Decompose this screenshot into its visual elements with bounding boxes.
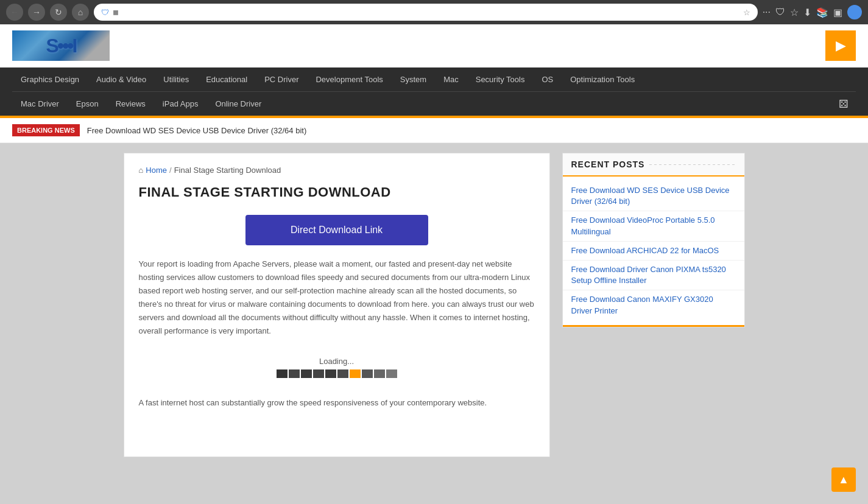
sidebar-orange-bar xyxy=(563,325,744,327)
loading-bar-segment xyxy=(289,369,300,378)
loading-bar-segment xyxy=(374,369,385,378)
home-icon: ⌂ xyxy=(139,166,144,175)
breaking-news-text: Free Download WD SES Device USB Device D… xyxy=(87,126,307,135)
nav-item-pc-driver[interactable]: PC Driver xyxy=(256,68,307,91)
breaking-news-badge: Breaking News xyxy=(12,124,80,136)
browser-action-icons: ··· 🛡 ☆ ⬇ 📚 ▣ xyxy=(763,5,862,19)
sidebar-post-link[interactable]: Free Download WD SES Device USB Device D… xyxy=(571,186,730,206)
sidebar-posts-list: Free Download WD SES Device USB Device D… xyxy=(563,177,744,325)
sidebar-post-link[interactable]: Free Download Canon MAXIFY GX3020 Driver… xyxy=(571,295,713,315)
main-navigation: Graphics Design Audio & Video Utilities … xyxy=(0,68,868,116)
loading-bar-segment xyxy=(301,369,312,378)
logo-area: S•••I xyxy=(12,30,110,61)
breaking-news-bar: Breaking News Free Download WD SES Devic… xyxy=(0,118,868,143)
nav-item-mac-driver[interactable]: Mac Driver xyxy=(12,92,68,116)
security-shield-icon: 🛡 xyxy=(101,8,109,17)
sidebar-recent-posts: Recent Posts Free Download WD SES Device… xyxy=(562,153,745,327)
sidebar-post-link[interactable]: Free Download ARCHICAD 22 for MacOS xyxy=(571,246,719,255)
loading-bar-segment xyxy=(337,369,348,378)
browser-toolbar: ← → ↻ ⌂ 🛡 ◼ final-stage/#https://uploadr… xyxy=(0,0,868,24)
sidebar-post-item: Free Download VideoProc Portable 5.5.0 M… xyxy=(563,211,744,241)
nav-item-online-driver[interactable]: Online Driver xyxy=(206,92,270,116)
header-advertisement: ▶ xyxy=(825,30,856,61)
menu-dots-icon[interactable]: ··· xyxy=(763,7,771,18)
loading-bar xyxy=(277,369,397,378)
library-icon[interactable]: 📚 xyxy=(816,7,828,18)
sidebar-post-item: Free Download ARCHICAD 22 for MacOS xyxy=(563,242,744,261)
shuffle-button[interactable]: ⚄ xyxy=(831,93,856,116)
page-icon: ◼ xyxy=(113,8,119,16)
user-avatar[interactable] xyxy=(847,5,862,19)
sidebar-post-item: Free Download Canon MAXIFY GX3020 Driver… xyxy=(563,290,744,320)
page-wrapper: S•••I ▶ Graphics Design Audio & Video Ut… xyxy=(0,24,868,504)
breadcrumb-home[interactable]: Home xyxy=(146,166,167,175)
home-button[interactable]: ⌂ xyxy=(72,4,89,21)
loading-bar-segment xyxy=(277,369,288,378)
reload-button[interactable]: ↻ xyxy=(50,4,67,21)
shield-check-icon[interactable]: 🛡 xyxy=(775,7,785,18)
nav-item-reviews[interactable]: Reviews xyxy=(107,92,154,116)
ad-icon: ▶ xyxy=(836,38,846,54)
nav-item-ipad-apps[interactable]: iPad Apps xyxy=(154,92,207,116)
split-view-icon[interactable]: ▣ xyxy=(833,7,842,18)
forward-button[interactable]: → xyxy=(28,4,45,21)
breadcrumb-current: Final Stage Starting Download xyxy=(174,166,281,175)
download-icon[interactable]: ⬇ xyxy=(803,7,811,18)
sidebar: Recent Posts Free Download WD SES Device… xyxy=(562,153,745,457)
nav-item-os[interactable]: OS xyxy=(533,68,562,91)
loading-bar-segment xyxy=(386,369,397,378)
loading-text: Loading... xyxy=(319,357,354,366)
url-input[interactable]: final-stage/#https://uploadrar.com/u40y2… xyxy=(122,8,739,17)
nav-item-utilities[interactable]: Utilities xyxy=(155,68,197,91)
back-button[interactable]: ← xyxy=(6,4,23,21)
sidebar-post-link[interactable]: Free Download VideoProc Portable 5.5.0 M… xyxy=(571,215,715,236)
article-footer-text: A fast internet host can substantially g… xyxy=(139,396,535,410)
bookmark-icon[interactable]: ☆ xyxy=(743,8,750,17)
content-area: ⌂ Home / Final Stage Starting Download F… xyxy=(118,153,751,457)
star-icon[interactable]: ☆ xyxy=(790,7,799,18)
nav-item-epson[interactable]: Epson xyxy=(68,92,107,116)
nav-row-1: Graphics Design Audio & Video Utilities … xyxy=(12,68,856,91)
nav-row-2: Mac Driver Epson Reviews iPad Apps Onlin… xyxy=(12,92,856,116)
scroll-to-top-button[interactable]: ▲ xyxy=(831,467,856,492)
nav-item-graphics-design[interactable]: Graphics Design xyxy=(12,68,88,91)
main-panel: ⌂ Home / Final Stage Starting Download F… xyxy=(124,153,550,457)
nav-item-audio-video[interactable]: Audio & Video xyxy=(88,68,155,91)
breadcrumb: ⌂ Home / Final Stage Starting Download xyxy=(139,166,535,175)
download-button-wrapper: Direct Download Link xyxy=(139,215,535,245)
direct-download-button[interactable]: Direct Download Link xyxy=(245,215,428,245)
sidebar-post-item: Free Download Driver Canon PIXMA ts5320 … xyxy=(563,261,744,290)
nav-item-system[interactable]: System xyxy=(392,68,435,91)
nav-item-security-tools[interactable]: Security Tools xyxy=(467,68,534,91)
loading-section: Loading... xyxy=(139,357,535,378)
site-header: S•••I ▶ xyxy=(0,24,868,68)
article-title: Final Stage Starting Download xyxy=(139,184,535,200)
nav-item-mac[interactable]: Mac xyxy=(435,68,467,91)
sidebar-recent-posts-title: Recent Posts xyxy=(563,153,744,177)
nav-item-educational[interactable]: Educational xyxy=(197,68,256,91)
sidebar-post-link[interactable]: Free Download Driver Canon PIXMA ts5320 … xyxy=(571,265,726,285)
breadcrumb-separator: / xyxy=(169,166,172,175)
loading-bar-segment xyxy=(313,369,324,378)
loading-bar-segment xyxy=(350,369,361,378)
address-bar[interactable]: 🛡 ◼ final-stage/#https://uploadrar.com/u… xyxy=(94,4,758,21)
sidebar-post-item: Free Download WD SES Device USB Device D… xyxy=(563,181,744,211)
loading-bar-segment xyxy=(362,369,373,378)
nav-item-development-tools[interactable]: Development Tools xyxy=(307,68,391,91)
article-body: Your report is loading from Apache Serve… xyxy=(139,257,535,338)
site-logo: S•••I xyxy=(12,30,110,61)
loading-bar-segment xyxy=(325,369,336,378)
nav-row-2-links: Mac Driver Epson Reviews iPad Apps Onlin… xyxy=(12,92,270,116)
nav-item-optimization-tools[interactable]: Optimization Tools xyxy=(562,68,643,91)
